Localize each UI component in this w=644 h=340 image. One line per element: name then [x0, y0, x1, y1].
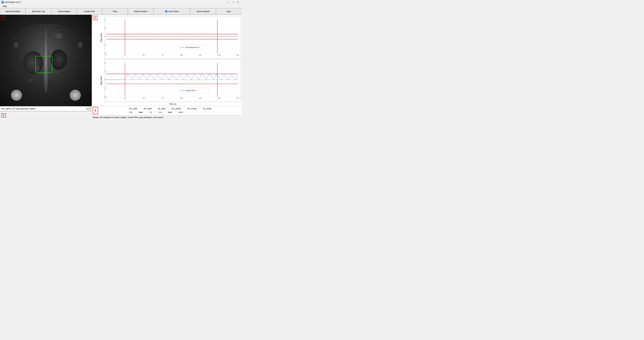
stat-val-1: NaN	[138, 111, 143, 114]
app-title: CineTracker v2.3.1	[5, 1, 21, 4]
svg-text:75: 75	[162, 97, 164, 99]
menu-bar: Help	[0, 5, 242, 8]
mri-bones-right	[70, 90, 81, 101]
svg-text:25: 25	[124, 54, 126, 56]
panel-4-label: 4	[93, 107, 98, 114]
charts-area: 3 Disp (mm) -1001020-2002550751001251501…	[92, 15, 242, 106]
svg-text:20: 20	[105, 19, 106, 21]
image-dropdown-bar: 901_btFFE_Cor-Sag_RealTime_i00001 ▾	[0, 106, 92, 111]
image-area: 1	[0, 15, 92, 106]
mri-detail-1	[55, 33, 62, 39]
svg-text:0: 0	[106, 97, 107, 99]
stat-header-4: AP_m100	[187, 107, 196, 110]
bottom-left-area: 2	[0, 111, 92, 119]
svg-text:20: 20	[105, 62, 106, 64]
stat-header-2: SI_m95	[158, 107, 165, 110]
save-analysis-button[interactable]: Save analysis	[190, 8, 216, 15]
panel-1-label: 1	[1, 16, 6, 20]
toolbar: New from folder New from .zip Load analy…	[0, 8, 242, 15]
stats-headers: RL_m95 AP_m95 SI_m95 RL_m100 AP_m100 SI_…	[129, 107, 211, 110]
top-chart-ylabel: Disp (mm)	[100, 33, 102, 42]
mri-organ2	[50, 50, 67, 70]
svg-text:0: 0	[106, 54, 107, 56]
svg-text:175: 175	[236, 97, 239, 99]
dropdown-arrow-icon[interactable]: ▾	[88, 107, 92, 111]
stats-table: RL_m95 AP_m95 SI_m95 RL_m100 AP_m100 SI_…	[129, 107, 211, 114]
svg-text:-10: -10	[105, 87, 106, 89]
lock-series-checkbox[interactable]	[165, 10, 167, 13]
bottom-chart-ylabel-container: Disp (mm)	[98, 59, 104, 102]
bottom-chart-wrapper: Disp (mm) -1001020-200255075100125150175…	[98, 59, 241, 102]
status-bar: Ready. Use dropdown to switch images. Cr…	[92, 115, 242, 119]
svg-text:125: 125	[199, 97, 202, 99]
stat-val-5: 10.8	[178, 111, 182, 114]
top-chart-svg: -1001020-200255075100125150175horizontal…	[105, 16, 241, 59]
mri-detail-6	[14, 42, 18, 48]
stat-header-3: RL_m100	[172, 107, 181, 110]
bottom-chart-svg: -1001020-200255075100125150175vertical a…	[105, 59, 241, 102]
stat-header-5: SI_m100	[203, 107, 211, 110]
app-icon: C	[1, 1, 4, 4]
status-message: Ready. Use dropdown to switch images. Cr…	[93, 116, 164, 118]
svg-text:horizontal axis R+: horizontal axis R+	[185, 46, 200, 49]
panel-3-label: 3	[93, 16, 98, 20]
top-chart-wrapper: Disp (mm) -1001020-200255075100125150175…	[98, 16, 241, 59]
minimize-button[interactable]: —	[226, 1, 230, 4]
right-panel: 3 Disp (mm) -1001020-2002550751001251501…	[92, 15, 242, 119]
roi-box[interactable]	[36, 56, 52, 73]
play-button[interactable]: Play	[102, 8, 128, 15]
mri-bones-left	[11, 90, 22, 101]
load-analysis-button[interactable]: Load analysis	[51, 8, 77, 15]
stats-panel: 4 RL_m95 AP_m95 SI_m95 RL_m100 AP_m100 S…	[92, 106, 242, 115]
maximize-button[interactable]: □	[231, 1, 236, 4]
mri-detail-5	[50, 74, 56, 81]
top-chart-area: -1001020-200255075100125150175horizontal…	[104, 16, 241, 59]
svg-text:175: 175	[236, 54, 239, 56]
svg-text:50: 50	[143, 54, 144, 56]
menu-help[interactable]: Help	[1, 5, 8, 8]
stat-val-3: 2.4	[158, 111, 162, 114]
main-content: 1 901_btFFE_Cor-Sag_RealTime_i00001 ▾ 2 …	[0, 15, 242, 119]
lock-series-container[interactable]: Lock series	[154, 8, 190, 15]
bottom-chart-area: -1001020-200255075100125150175vertical a…	[104, 59, 241, 102]
stat-val-2: 7.2	[149, 111, 152, 114]
svg-text:150: 150	[218, 54, 220, 56]
mri-background	[0, 15, 92, 106]
stat-val-4: NaN	[168, 111, 172, 114]
svg-text:10: 10	[105, 27, 106, 29]
new-zip-button[interactable]: New from .zip	[26, 8, 51, 15]
left-panel: 1 901_btFFE_Cor-Sag_RealTime_i00001 ▾ 2	[0, 15, 92, 119]
svg-text:25: 25	[124, 97, 126, 99]
x-axis-label: Time (s)	[104, 103, 241, 105]
svg-text:-10: -10	[105, 44, 106, 46]
title-bar-controls: — □ ✕	[226, 1, 240, 4]
close-button[interactable]: ✕	[236, 1, 240, 4]
mri-detail-3	[55, 70, 59, 74]
stat-header-0: RL_m95	[129, 107, 137, 110]
svg-text:0: 0	[105, 79, 106, 81]
svg-text:100: 100	[180, 97, 183, 99]
svg-text:50: 50	[143, 97, 144, 99]
select-window-button[interactable]: Select window	[128, 8, 154, 15]
panel-2-label: 2	[1, 113, 6, 118]
stat-val-0: 0.0	[129, 111, 132, 114]
lock-series-label: Lock series	[168, 10, 179, 13]
bottom-chart-ylabel: Disp (mm)	[100, 76, 102, 85]
stats-values: 0.0 NaN 7.2 2.4 NaN 10.8	[129, 111, 211, 114]
svg-text:100: 100	[180, 54, 183, 56]
image-select[interactable]: 901_btFFE_Cor-Sag_RealTime_i00001	[0, 107, 88, 111]
svg-text:75: 75	[162, 54, 164, 56]
svg-text:vertical axis I+: vertical axis I+	[185, 89, 197, 92]
mri-detail-7	[78, 42, 83, 48]
stat-header-1: AP_m95	[144, 107, 152, 110]
svg-text:150: 150	[218, 97, 220, 99]
svg-text:125: 125	[199, 54, 202, 56]
top-chart-ylabel-container: Disp (mm)	[98, 16, 104, 59]
title-bar: C CineTracker v2.3.1 — □ ✕	[0, 0, 242, 5]
svg-text:10: 10	[105, 70, 106, 72]
create-roi-button[interactable]: Create ROI	[77, 8, 102, 15]
svg-text:0: 0	[105, 36, 106, 38]
new-folder-button[interactable]: New from folder	[0, 8, 26, 15]
stats-content: RL_m95 AP_m95 SI_m95 RL_m100 AP_m100 SI_…	[99, 106, 242, 115]
quit-button[interactable]: Quit	[216, 8, 242, 15]
